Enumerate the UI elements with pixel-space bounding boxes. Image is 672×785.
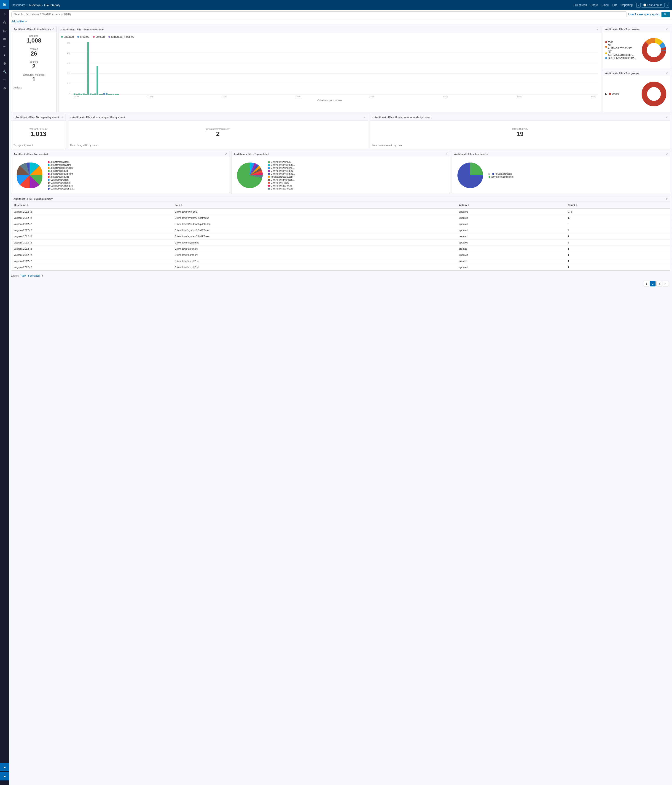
- sidebar-item-home[interactable]: ⌂: [0, 10, 9, 18]
- bar-11[interactable]: [99, 94, 101, 95]
- donut-row-owners: root NT AUTHORITY\SYST... NT SERVICE\Tru…: [605, 34, 668, 66]
- col-count[interactable]: Count ⇅: [565, 202, 670, 208]
- bars-container: [71, 42, 598, 95]
- legend-updated: updated: [61, 35, 74, 38]
- next-nav-button[interactable]: ›: [665, 3, 669, 8]
- cell-action: updated: [456, 208, 565, 215]
- bar-0[interactable]: [74, 94, 75, 95]
- table-row: vagrant-2012-r2 C:\windows\WindowsUpdate…: [11, 221, 670, 227]
- collapse-play-button[interactable]: ▶: [0, 763, 9, 771]
- most-changed-header: ‹ Auditbeat - File - Most changed file b…: [68, 114, 368, 121]
- sidebar-item-devtools[interactable]: 🔧: [0, 68, 9, 76]
- export-formatted-link[interactable]: Formatted: [28, 274, 39, 277]
- action-metrics-panel: Auditbeat - File - Action Metrics ⤢ upda…: [11, 26, 57, 112]
- bar-16[interactable]: [110, 94, 112, 95]
- metric-updated: updated 1,008: [14, 34, 54, 44]
- sidebar-item-dashboard[interactable]: ⊞: [0, 35, 9, 43]
- bar-7[interactable]: [90, 94, 91, 95]
- full-screen-button[interactable]: Full screen: [573, 3, 587, 6]
- created-expand-icon[interactable]: ⤢: [225, 152, 227, 155]
- bar-13[interactable]: [103, 93, 105, 95]
- top-updated-body: C:\windows\WinSxS C:\windows\system32...…: [232, 157, 450, 194]
- mode-prev-button[interactable]: ‹: [372, 116, 373, 119]
- cell-action: updated: [456, 215, 565, 221]
- table-row: vagrant-2012-r2 C:\windows\system32\MRT.…: [11, 233, 670, 239]
- expand-icon[interactable]: ⤢: [52, 28, 54, 31]
- col-hostname[interactable]: Hostname ⇅: [11, 202, 172, 208]
- top-created-panel: Auditbeat - File - Top created ⤢: [11, 151, 229, 194]
- top-agent-header: ‹ Auditbeat - File - Top agent by count …: [11, 114, 66, 121]
- bar-15[interactable]: [108, 94, 110, 95]
- sidebar-item-discover[interactable]: ◎: [0, 18, 9, 27]
- bar-14[interactable]: [106, 93, 108, 95]
- search-button[interactable]: 🔍: [661, 12, 670, 17]
- agent-expand-icon[interactable]: ⤢: [61, 116, 63, 119]
- changed-expand-icon[interactable]: ⤢: [363, 116, 365, 119]
- bar-10[interactable]: [97, 66, 98, 95]
- sidebar-item-visualize[interactable]: ▤: [0, 27, 9, 35]
- bar-9[interactable]: [94, 94, 96, 95]
- sidebar-item-ml[interactable]: ⚙: [0, 59, 9, 68]
- bottom-play-button[interactable]: ▶: [0, 772, 9, 780]
- sidebar-item-settings[interactable]: ⚙: [0, 84, 9, 92]
- event-summary-expand[interactable]: ⤢: [666, 197, 668, 200]
- prev-nav-button[interactable]: ‹: [636, 3, 641, 8]
- lucene-hint[interactable]: Uses lucene query syntax: [628, 13, 659, 16]
- bar-19[interactable]: [117, 94, 119, 95]
- svg-point-4: [647, 44, 661, 57]
- bar-2[interactable]: [78, 94, 80, 95]
- col-path[interactable]: Path ⇅: [172, 202, 456, 208]
- top-owners-body: root NT AUTHORITY\SYST... NT SERVICE\Tru…: [603, 32, 670, 68]
- updated-expand-icon[interactable]: ⤢: [445, 152, 447, 155]
- legend-wheel: ▶wheel: [605, 92, 636, 95]
- header-nav: ‹ 🕐 Last 4 hours ›: [636, 3, 669, 8]
- agent-hostname: vagrant-2012-r2: [18, 128, 59, 130]
- edit-button[interactable]: Edit: [612, 3, 617, 6]
- bar-5[interactable]: [85, 94, 87, 95]
- bar-3[interactable]: [80, 94, 82, 95]
- bar-12[interactable]: [101, 94, 103, 95]
- top-agent-panel: ‹ Auditbeat - File - Top agent by count …: [11, 114, 66, 149]
- bar-1[interactable]: [76, 94, 78, 95]
- top-owners-expand[interactable]: ⤢: [666, 28, 668, 31]
- export-raw-link[interactable]: Raw: [20, 274, 26, 277]
- event-summary-table-panel: Auditbeat - File - Event summary ⤢ Hostn…: [11, 195, 670, 271]
- add-filter-button[interactable]: Add a filter +: [11, 20, 27, 23]
- owners-donut-svg: [640, 36, 668, 64]
- page-next-button[interactable]: »: [663, 281, 668, 286]
- changed-prev-button[interactable]: ‹: [70, 116, 71, 119]
- share-button[interactable]: Share: [591, 3, 598, 6]
- cell-hostname: vagrant-2012-r2: [11, 239, 172, 246]
- search-input[interactable]: [11, 11, 627, 17]
- bar-8[interactable]: [92, 94, 94, 95]
- reporting-button[interactable]: Reporting: [621, 3, 633, 6]
- cell-count: 975: [565, 208, 670, 215]
- x-axis-label: @timestamp per 5 minutes: [61, 99, 598, 102]
- bar-4[interactable]: [83, 94, 85, 95]
- bar-18[interactable]: [115, 94, 117, 95]
- sidebar-item-timelion[interactable]: 〜: [0, 43, 9, 51]
- mode-chart-label: Most common mode by count: [372, 144, 668, 147]
- col-action[interactable]: Action ⇅: [456, 202, 565, 208]
- agent-prev-button[interactable]: ‹: [14, 116, 15, 119]
- clone-button[interactable]: Clone: [602, 3, 609, 6]
- sidebar-item-apm[interactable]: ✦: [0, 51, 9, 59]
- cell-path: C:\windows\akroh.ini: [172, 246, 456, 252]
- page-3-button[interactable]: 3: [656, 281, 662, 286]
- legend-nt-service: NT SERVICE\TrustedIn...: [605, 50, 636, 56]
- time-range-picker[interactable]: 🕐 Last 4 hours: [641, 3, 665, 8]
- bar-6[interactable]: [88, 42, 89, 95]
- page-1-button[interactable]: 1: [644, 281, 649, 286]
- sidebar-item-monitoring[interactable]: ♡: [0, 76, 9, 84]
- page-2-button[interactable]: 2: [650, 281, 656, 286]
- breadcrumb-dashboard[interactable]: Dashboard: [12, 3, 25, 6]
- app-logo[interactable]: E: [0, 0, 9, 9]
- cell-hostname: vagrant-2012-r2: [11, 252, 172, 258]
- deleted-expand-icon[interactable]: ⤢: [666, 152, 668, 155]
- mode-expand-icon[interactable]: ⤢: [666, 116, 668, 119]
- table-row: vagrant-2012-r2 C:\windows\akroh2.ini up…: [11, 264, 670, 271]
- top-groups-expand[interactable]: ⤢: [666, 72, 668, 75]
- bar-17[interactable]: [113, 94, 114, 95]
- events-expand-icon[interactable]: ⤢: [596, 28, 598, 31]
- events-prev-button[interactable]: ‹: [61, 28, 62, 31]
